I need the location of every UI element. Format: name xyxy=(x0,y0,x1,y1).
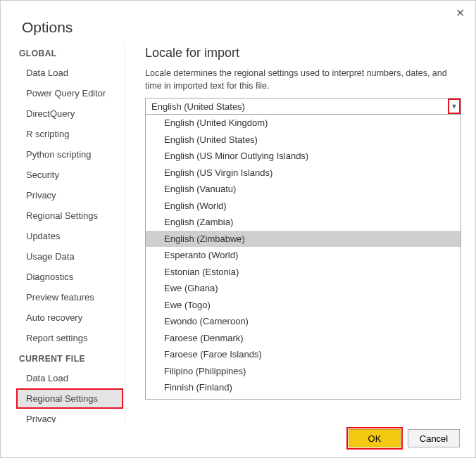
main-panel: Locale for import Locale determines the … xyxy=(125,43,475,423)
locale-option[interactable]: Ewe (Togo) xyxy=(146,297,461,314)
locale-option[interactable]: Faroese (Faroe Islands) xyxy=(146,346,461,363)
locale-combobox[interactable]: English (United States) ▼ xyxy=(145,98,461,115)
sidebar-item-preview-features[interactable]: Preview features xyxy=(16,287,123,307)
close-button[interactable]: ✕ xyxy=(453,6,467,20)
locale-option[interactable]: English (US Minor Outlying Islands) xyxy=(146,148,461,165)
locale-option[interactable]: English (US Virgin Islands) xyxy=(146,165,461,182)
locale-combobox-wrap: English (United States) ▼ English (Unite… xyxy=(145,98,461,400)
locale-option[interactable]: Filipino (Philippines) xyxy=(146,363,461,380)
locale-combobox-value: English (United States) xyxy=(146,101,448,112)
sidebar-item-regional-settings[interactable]: Regional Settings xyxy=(16,388,123,409)
locale-option[interactable]: Estonian (Estonia) xyxy=(146,264,461,281)
dialog-footer: OK Cancel xyxy=(349,429,460,447)
panel-description: Locale determines the regional settings … xyxy=(145,68,461,92)
ok-button[interactable]: OK xyxy=(349,429,401,447)
panel-title: Locale for import xyxy=(145,46,461,61)
sidebar-item-updates[interactable]: Updates xyxy=(16,226,123,246)
locale-dropdown-list[interactable]: English (United Kingdom)English (United … xyxy=(145,115,461,400)
locale-option[interactable]: Finnish (Finland) xyxy=(146,379,461,396)
locale-option[interactable]: English (Vanuatu) xyxy=(146,181,461,198)
sidebar-item-auto-recovery[interactable]: Auto recovery xyxy=(16,307,123,328)
locale-option[interactable]: English (World) xyxy=(146,198,461,215)
locale-option[interactable]: English (Zambia) xyxy=(146,214,461,231)
sidebar-item-python-scripting[interactable]: Python scripting xyxy=(16,144,123,165)
locale-option[interactable]: English (United Kingdom) xyxy=(146,115,461,132)
dialog-title: Options xyxy=(1,1,475,43)
sidebar-item-privacy[interactable]: Privacy xyxy=(16,185,123,205)
sidebar-item-data-load[interactable]: Data Load xyxy=(16,368,123,388)
sidebar-item-power-query-editor[interactable]: Power Query Editor xyxy=(16,83,123,103)
sidebar-item-report-settings[interactable]: Report settings xyxy=(16,328,123,348)
content-area: GLOBALData LoadPower Query EditorDirectQ… xyxy=(1,43,475,423)
locale-option[interactable]: Esperanto (World) xyxy=(146,247,461,264)
sidebar-item-privacy[interactable]: Privacy xyxy=(16,409,123,423)
sidebar-item-r-scripting[interactable]: R scripting xyxy=(16,124,123,144)
locale-option[interactable]: Ewe (Ghana) xyxy=(146,280,461,297)
sidebar-section-header: GLOBAL xyxy=(16,43,123,63)
sidebar: GLOBALData LoadPower Query EditorDirectQ… xyxy=(16,43,125,423)
locale-option[interactable]: French (Algeria) xyxy=(146,396,461,400)
sidebar-item-diagnostics[interactable]: Diagnostics xyxy=(16,267,123,287)
locale-option[interactable]: English (Zimbabwe) xyxy=(146,231,461,248)
sidebar-item-data-load[interactable]: Data Load xyxy=(16,63,123,83)
sidebar-item-regional-settings[interactable]: Regional Settings xyxy=(16,205,123,226)
sidebar-item-security[interactable]: Security xyxy=(16,165,123,185)
sidebar-item-usage-data[interactable]: Usage Data xyxy=(16,246,123,267)
locale-option[interactable]: Faroese (Denmark) xyxy=(146,330,461,347)
sidebar-item-directquery[interactable]: DirectQuery xyxy=(16,103,123,124)
chevron-down-icon[interactable]: ▼ xyxy=(448,98,461,114)
locale-option[interactable]: English (United States) xyxy=(146,132,461,148)
sidebar-section-header: CURRENT FILE xyxy=(16,348,123,368)
cancel-button[interactable]: Cancel xyxy=(408,429,460,447)
locale-option[interactable]: Ewondo (Cameroon) xyxy=(146,313,461,330)
